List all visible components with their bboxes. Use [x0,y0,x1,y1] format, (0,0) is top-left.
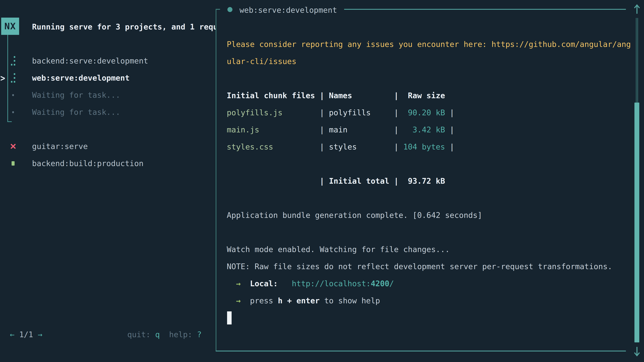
chunk-name-cell: | polyfills | [282,108,398,117]
running-status-dot-icon [228,7,232,12]
chunk-file-name: polyfills.js [227,108,282,117]
scrollbar-up-arrow-icon[interactable] [633,4,641,15]
panel-border-bottom [216,351,626,352]
scrollbar-track[interactable] [636,18,636,103]
issue-notice-line-2: ular-cli/issues [227,53,632,70]
terminal-cursor [227,311,232,325]
issue-notice-text[interactable]: Please consider reporting any issues you… [227,40,631,49]
help-hint-line: → press h + enter to show help [227,292,632,309]
panel-title: web:serve:development [240,1,337,18]
local-url[interactable]: http://localhost:4200/ [278,279,394,288]
chunk-table-row: styles.css | styles | 104 bytes | [227,138,632,155]
help-keys: h + enter [278,296,320,305]
issue-notice-line-1: Please consider reporting any issues you… [227,36,632,53]
chunk-file-name: styles.css [227,142,273,151]
scrollbar-thumb[interactable] [634,103,639,343]
scrollbar-down-arrow-icon[interactable] [633,346,641,357]
chunk-table-row: main.js | main | 3.42 kB | [227,121,632,138]
terminal-output: Please consider reporting any issues you… [227,18,632,309]
scrollbar-track[interactable] [638,18,638,103]
issue-notice-text[interactable]: ular-cli/issues [227,57,296,66]
local-port: 4200 [371,279,390,288]
bundle-complete-line: Application bundle generation complete. … [227,207,632,224]
note-line: NOTE: Raw file sizes do not reflect deve… [227,258,632,275]
panel-border-left [216,9,216,352]
chunk-table-row: polyfills.js | polyfills | 90.20 kB | [227,104,632,121]
local-label: Local: [250,279,278,288]
watch-mode-line: Watch mode enabled. Watching for file ch… [227,241,632,258]
panel-border-top-nub [216,9,220,10]
nx-tui-screen: NX Running serve for 3 projects, and 1 r… [0,0,644,362]
local-url-line: → Local: http://localhost:4200/ [227,275,632,292]
panel-border-top [344,9,626,10]
chunk-table-header: Initial chunk files | Names | Raw size [227,87,632,104]
chunk-raw-size: 90.20 kB [399,108,445,117]
chunk-name-cell: | styles | [273,142,399,151]
arrow-icon: → [227,296,250,305]
chunk-name-cell: | main | [259,125,399,134]
initial-total-label: | Initial total | [227,176,399,186]
chunk-raw-size: 3.42 kB [399,125,445,134]
arrow-icon: → [227,279,250,288]
initial-total-size: 93.72 kB [399,176,445,186]
task-output-panel: web:serve:development Please consider re… [0,0,644,362]
chunk-raw-size: 104 bytes [399,142,445,151]
chunk-file-name: main.js [227,125,259,134]
initial-total-row: | Initial total | 93.72 kB [227,172,632,190]
